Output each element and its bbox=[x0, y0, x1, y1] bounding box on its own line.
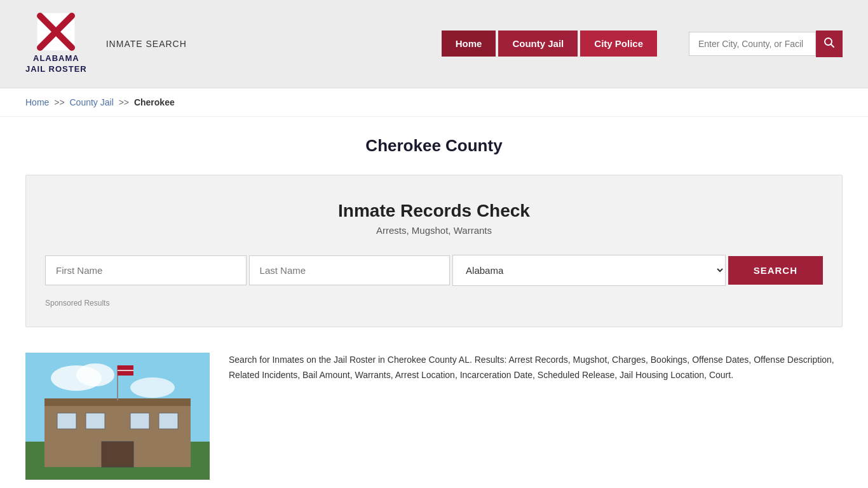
records-subtitle: Arrests, Mugshot, Warrants bbox=[45, 225, 823, 236]
county-jail-nav-button[interactable]: County Jail bbox=[498, 30, 578, 57]
logo-icon bbox=[37, 13, 75, 51]
first-name-input[interactable] bbox=[45, 255, 247, 285]
page-title: Cherokee County bbox=[0, 117, 868, 168]
records-title: Inmate Records Check bbox=[45, 201, 823, 221]
nav-buttons: Home County Jail City Police bbox=[442, 30, 657, 57]
logo-text: ALABAMA JAIL ROSTER bbox=[25, 53, 87, 75]
building-image bbox=[25, 353, 210, 480]
svg-point-8 bbox=[130, 377, 175, 398]
breadcrumb-home[interactable]: Home bbox=[25, 97, 49, 107]
records-check-box: Inmate Records Check Arrests, Mugshot, W… bbox=[25, 175, 843, 327]
sponsored-label: Sponsored Results bbox=[45, 299, 823, 308]
breadcrumb-current: Cherokee bbox=[134, 97, 175, 107]
header-search-bar bbox=[689, 30, 843, 57]
svg-rect-16 bbox=[102, 442, 133, 467]
last-name-input[interactable] bbox=[249, 255, 451, 285]
logo-link[interactable]: ALABAMA JAIL ROSTER bbox=[25, 13, 87, 75]
breadcrumb-sep-1: >> bbox=[54, 97, 64, 107]
svg-line-4 bbox=[831, 44, 834, 47]
header-search-input[interactable] bbox=[689, 32, 816, 56]
search-icon bbox=[824, 37, 835, 48]
bottom-section: Search for Inmates on the Jail Roster in… bbox=[0, 340, 868, 488]
breadcrumb-sep-2: >> bbox=[119, 97, 129, 107]
inmate-search-link[interactable]: INMATE SEARCH bbox=[106, 39, 187, 49]
state-select[interactable]: AlabamaAlaskaArizonaArkansasCaliforniaCo… bbox=[452, 255, 726, 286]
svg-rect-12 bbox=[57, 413, 76, 429]
header: ALABAMA JAIL ROSTER INMATE SEARCH Home C… bbox=[0, 0, 868, 88]
breadcrumb-county-jail[interactable]: County Jail bbox=[70, 97, 114, 107]
inmate-search-form: AlabamaAlaskaArizonaArkansasCaliforniaCo… bbox=[45, 255, 823, 286]
breadcrumb: Home >> County Jail >> Cherokee bbox=[0, 88, 868, 117]
svg-point-7 bbox=[76, 363, 114, 386]
svg-rect-15 bbox=[159, 413, 178, 429]
home-nav-button[interactable]: Home bbox=[442, 30, 496, 57]
svg-rect-14 bbox=[130, 413, 149, 429]
description-text: Search for Inmates on the Jail Roster in… bbox=[229, 353, 843, 383]
city-police-nav-button[interactable]: City Police bbox=[580, 30, 657, 57]
svg-rect-13 bbox=[86, 413, 105, 429]
search-records-button[interactable]: SEARCH bbox=[728, 256, 823, 285]
main-content: Cherokee County Inmate Records Check Arr… bbox=[0, 117, 868, 488]
header-search-button[interactable] bbox=[816, 30, 843, 57]
